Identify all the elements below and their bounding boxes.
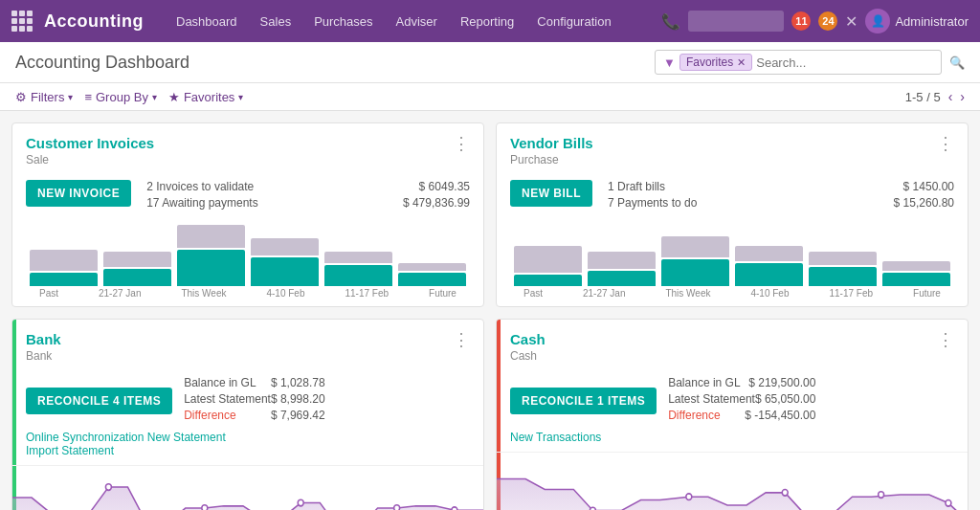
vb-chart-label-2: This Week	[665, 288, 710, 299]
vendor-bills-body: NEW BILL 1 Draft bills $ 1450.00 7 Payme…	[497, 172, 968, 220]
filter-tag-remove[interactable]: ✕	[737, 56, 746, 69]
menu-configuration[interactable]: Configuration	[527, 9, 620, 34]
groupby-button[interactable]: ≡ Group By ▾	[84, 90, 157, 104]
bar-chart	[26, 224, 470, 286]
vb-bar-group-feb1	[735, 246, 803, 286]
bar-gray	[324, 252, 392, 263]
close-icon[interactable]: ✕	[845, 12, 858, 31]
bar-teal	[324, 265, 392, 286]
vb-chart-label-3: 4-10 Feb	[750, 288, 789, 299]
notification-badge-1[interactable]: 11	[791, 11, 811, 31]
bank-chart-line	[12, 487, 483, 510]
bar-teal	[735, 263, 803, 286]
search-input[interactable]	[752, 55, 933, 70]
stat-label-1: 2 Invoices to validate	[146, 180, 254, 193]
bank-stat-label-2: Latest Statement	[184, 392, 271, 406]
cash-chart-point	[879, 492, 884, 499]
menu-purchases[interactable]: Purchases	[304, 9, 382, 34]
chart-label-0: Past	[39, 288, 58, 299]
bar-group-feb2	[324, 252, 392, 286]
reconcile-cash-button[interactable]: RECONCILE 1 ITEMS	[510, 388, 657, 414]
notification-badge-2[interactable]: 24	[818, 11, 837, 31]
bar-teal	[30, 273, 98, 286]
bar-gray	[177, 225, 245, 248]
stat-row-2: 17 Awaiting payments $ 479,836.99	[146, 196, 470, 210]
chart-label-5: Future	[429, 288, 457, 299]
vb-chart-label-4: 11-17 Feb	[829, 288, 873, 299]
vb-stat-label-2: 7 Payments to do	[608, 196, 697, 210]
bar-teal	[103, 269, 171, 286]
filters-label: Filters	[31, 90, 64, 104]
filters-button[interactable]: ⚙ Filters ▾	[15, 90, 73, 104]
bank-links: Online Synchronization New Statement Imp…	[26, 431, 226, 457]
nav-search-input[interactable]	[688, 11, 784, 32]
customer-invoices-chart: Past 21-27 Jan This Week 4-10 Feb 11-17 …	[12, 220, 483, 306]
new-invoice-button[interactable]: NEW INVOICE	[26, 180, 131, 207]
bank-stat-2: Latest Statement $ 8,998.20	[184, 392, 324, 406]
vb-stat-value-1: $ 1450.00	[903, 180, 954, 193]
cash-body: RECONCILE 1 ITEMS Balance in GL $ 219,50…	[497, 368, 968, 452]
menu-adviser[interactable]: Adviser	[387, 9, 447, 34]
vendor-bills-title[interactable]: Vendor Bills	[510, 135, 593, 151]
app-grid-icon[interactable]	[11, 11, 33, 32]
filter-tag-label: Favorites	[686, 55, 733, 69]
bank-chart-point	[298, 499, 303, 506]
reconcile-bank-button[interactable]: RECONCILE 4 ITEMS	[26, 388, 172, 414]
menu-reporting[interactable]: Reporting	[451, 9, 523, 34]
nav-right: 📞 11 24 ✕ 👤 Administrator	[661, 9, 969, 33]
vb-bar-group-thisweek	[661, 236, 729, 286]
bar-gray	[661, 236, 729, 257]
customer-invoices-title[interactable]: Customer Invoices	[26, 135, 154, 151]
menu-dashboard[interactable]: Dashboard	[167, 9, 247, 34]
cash-menu[interactable]: ⋮	[937, 331, 954, 348]
cash-stat-label-1: Balance in GL	[668, 376, 740, 389]
prev-page-button[interactable]: ‹	[948, 89, 953, 104]
cash-stat-1: Balance in GL $ 219,500.00	[668, 376, 815, 389]
chart-labels: Past 21-27 Jan This Week 4-10 Feb 11-17 …	[26, 286, 470, 304]
groupby-arrow: ▾	[152, 92, 157, 102]
groupby-icon: ≡	[84, 90, 92, 104]
cash-header: Cash Cash ⋮	[497, 320, 968, 368]
new-bill-button[interactable]: NEW BILL	[510, 180, 592, 207]
cash-chart-point	[686, 494, 692, 500]
menu-sales[interactable]: Sales	[251, 9, 301, 34]
bar-gray	[398, 263, 466, 271]
vendor-bills-menu[interactable]: ⋮	[937, 135, 954, 152]
cash-new-transactions-link[interactable]: New Transactions	[510, 431, 601, 444]
main-menu: Dashboard Sales Purchases Adviser Report…	[167, 9, 657, 34]
bank-chart-svg	[12, 466, 483, 510]
bank-sync-link[interactable]: Online Synchronization New Statement	[26, 431, 226, 444]
bank-stat-3: Difference $ 7,969.42	[184, 409, 324, 422]
page-title: Accounting Dashboard	[15, 53, 189, 73]
search-icon[interactable]: 🔍	[949, 55, 965, 70]
bank-header: Bank Bank ⋮	[12, 320, 483, 368]
cash-stat-label-3: Difference	[668, 409, 720, 422]
pagination-text: 1-5 / 5	[905, 90, 941, 104]
dashboard-grid: Customer Invoices Sale ⋮ NEW INVOICE 2 I…	[0, 111, 980, 510]
user-menu[interactable]: 👤 Administrator	[865, 9, 969, 33]
vendor-bills-chart: Past 21-27 Jan This Week 4-10 Feb 11-17 …	[497, 220, 968, 306]
cash-links: New Transactions	[510, 431, 601, 444]
bank-stat-label-1: Balance in GL	[184, 376, 256, 389]
avatar: 👤	[865, 9, 890, 33]
bank-title[interactable]: Bank	[26, 331, 61, 347]
bar-teal	[251, 257, 319, 286]
bar-teal	[588, 271, 656, 286]
customer-invoices-menu[interactable]: ⋮	[453, 135, 470, 152]
search-bar[interactable]: ▼ Favorites ✕	[655, 50, 942, 75]
filter-tag[interactable]: Favorites ✕	[679, 54, 752, 71]
subheader: Accounting Dashboard ▼ Favorites ✕ 🔍	[0, 42, 980, 83]
phone-icon[interactable]: 📞	[661, 12, 680, 31]
favorites-label: Favorites	[184, 90, 234, 104]
bar-group-future	[398, 263, 466, 286]
bank-menu[interactable]: ⋮	[453, 331, 470, 348]
bar-gray	[103, 252, 171, 267]
cash-stat-3: Difference $ -154,450.00	[668, 409, 815, 422]
cash-title[interactable]: Cash	[510, 331, 546, 347]
chart-label-1: 21-27 Jan	[99, 288, 141, 299]
favorites-button[interactable]: ★ Favorites ▾	[168, 90, 243, 104]
bank-stat-1: Balance in GL $ 1,028.78	[184, 376, 324, 389]
bank-import-link[interactable]: Import Statement	[26, 444, 226, 457]
vb-bar-chart	[510, 224, 954, 286]
next-page-button[interactable]: ›	[960, 89, 965, 104]
